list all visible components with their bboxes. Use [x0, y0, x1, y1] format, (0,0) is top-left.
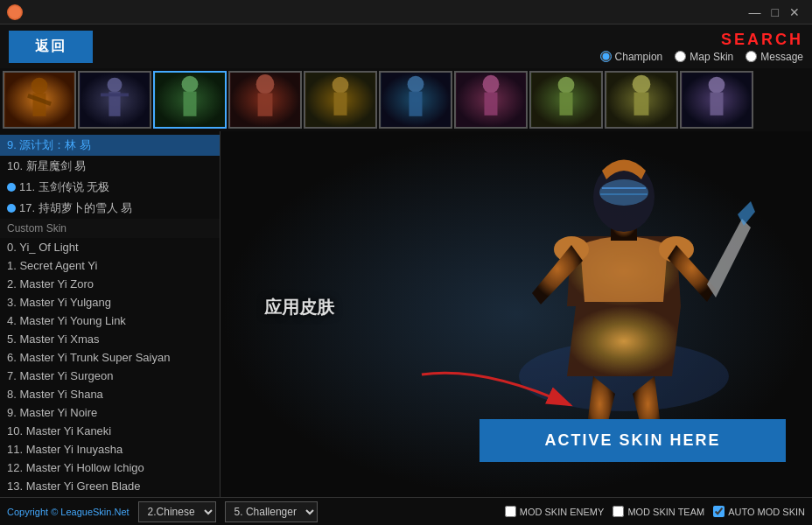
custom-section-header: Custom Skin: [0, 219, 220, 238]
svg-point-21: [483, 75, 500, 94]
champ-icon-9[interactable]: [605, 71, 678, 129]
rank-dropdown[interactable]: 5. Challenger 1. Bronze 2. Silver 3. Gol…: [225, 501, 318, 522]
search-area: SEARCH Champion Map Skin Message: [600, 31, 803, 63]
mod-enemy-checkbox[interactable]: MOD SKIN ENEMY: [505, 506, 605, 517]
top-section: 返回 SEARCH Champion Map Skin Message: [0, 24, 812, 68]
champ-icon-8[interactable]: [529, 71, 603, 129]
language-dropdown[interactable]: 2.Chinese 1.English 3.Korean: [138, 501, 216, 522]
arrow-svg: [413, 357, 632, 418]
skin-item-custom-10[interactable]: 10. Master Yi Kaneki: [0, 422, 220, 440]
right-panel: 应用皮肤 ACTIVE SKIN HERE: [220, 131, 812, 497]
left-panel: 9. 源计划：林 易 10. 新星魔剑 易 11. 玉剑传说 无极 17. 持胡…: [0, 131, 220, 497]
skin-item-custom-2[interactable]: 2. Master Yi Zoro: [0, 275, 220, 293]
skin-item-custom-6[interactable]: 6. Master Yi Trunk Super Saiyan: [0, 348, 220, 367]
champ-icon-7[interactable]: [454, 71, 528, 129]
apply-skin-label: 应用皮肤: [264, 296, 334, 319]
mod-team-checkbox[interactable]: MOD SKIN TEAM: [612, 506, 704, 517]
champions-row: [0, 68, 812, 131]
skin-item-custom-0[interactable]: 0. Yi_ Of Light: [0, 238, 220, 256]
active-skin-button[interactable]: ACTIVE SKIN HERE: [480, 419, 786, 462]
skin-item-builtin-9[interactable]: 9. 源计划：林 易: [0, 135, 220, 156]
skin-item-builtin-10[interactable]: 10. 新星魔剑 易: [0, 156, 220, 177]
maximize-button[interactable]: □: [766, 0, 784, 24]
svg-rect-13: [258, 93, 273, 116]
svg-point-30: [709, 77, 725, 94]
svg-point-15: [332, 77, 349, 94]
main-content: 9. 源计划：林 易 10. 新星魔剑 易 11. 玉剑传说 无极 17. 持胡…: [0, 131, 812, 497]
skin-item-custom-5[interactable]: 5. Master Yi Xmas: [0, 330, 220, 348]
svg-rect-31: [710, 93, 723, 116]
skin-item-custom-8[interactable]: 8. Master Yi Shana: [0, 385, 220, 403]
svg-rect-19: [409, 92, 422, 116]
champ-icon-5[interactable]: [304, 71, 377, 129]
minimize-button[interactable]: —: [744, 0, 766, 24]
svg-point-9: [182, 76, 199, 93]
skin-item-custom-4[interactable]: 4. Master Yi Young Link: [0, 312, 220, 330]
bottom-bar: Copyright © LeagueSkin.Net 2.Chinese 1.E…: [0, 497, 812, 525]
radio-mapskin[interactable]: Map Skin: [675, 51, 733, 63]
skin-item-custom-11[interactable]: 11. Master Yi Inuyasha: [0, 440, 220, 458]
auto-mod-checkbox[interactable]: AUTO MOD SKIN: [713, 506, 805, 517]
svg-point-5: [108, 78, 122, 93]
skin-item-builtin-17[interactable]: 17. 持胡萝卜的雪人 易: [0, 198, 220, 219]
title-bar: — □ ✕: [0, 0, 812, 24]
champ-icon-2[interactable]: [78, 71, 151, 129]
svg-point-18: [408, 76, 424, 93]
skin-item-custom-14[interactable]: 14. Master Yi Genji: [0, 495, 220, 497]
skin-list[interactable]: 9. 源计划：林 易 10. 新星魔剑 易 11. 玉剑传说 无极 17. 持胡…: [0, 131, 220, 497]
svg-point-1: [32, 78, 48, 94]
champ-icon-1[interactable]: [3, 71, 76, 129]
search-label: SEARCH: [721, 31, 803, 49]
svg-rect-22: [484, 93, 497, 116]
skin-item-custom-12[interactable]: 12. Master Yi Hollow Ichigo: [0, 458, 220, 477]
copyright-text: Copyright © LeagueSkin.Net: [7, 507, 130, 517]
skin-item-custom-1[interactable]: 1. Secret Agent Yi: [0, 256, 220, 275]
champ-icon-4[interactable]: [228, 71, 302, 129]
back-button[interactable]: 返回: [9, 31, 93, 63]
svg-rect-10: [183, 92, 196, 116]
svg-point-37: [599, 179, 648, 206]
svg-point-24: [558, 77, 575, 94]
skin-item-custom-3[interactable]: 3. Master Yi Yulgang: [0, 293, 220, 312]
radio-champion[interactable]: Champion: [600, 51, 663, 63]
title-bar-left: [7, 4, 23, 20]
champ-icon-6[interactable]: [379, 71, 452, 129]
bottom-checkboxes: MOD SKIN ENEMY MOD SKIN TEAM AUTO MOD SK…: [505, 506, 805, 517]
app-icon: [7, 4, 23, 20]
svg-rect-16: [333, 93, 346, 116]
champ-icon-3[interactable]: [153, 71, 227, 129]
svg-rect-28: [634, 93, 649, 116]
skin-item-custom-7[interactable]: 7. Master Yi Surgeon: [0, 367, 220, 385]
close-button[interactable]: ✕: [784, 0, 805, 24]
skin-item-builtin-11[interactable]: 11. 玉剑传说 无极: [0, 177, 220, 198]
skin-item-custom-13[interactable]: 13. Master Yi Green Blade: [0, 477, 220, 495]
search-radios: Champion Map Skin Message: [600, 51, 803, 63]
champ-icon-10[interactable]: [680, 71, 753, 129]
svg-rect-25: [559, 93, 572, 116]
svg-point-27: [633, 75, 651, 94]
skin-item-custom-9[interactable]: 9. Master Yi Noire: [0, 403, 220, 422]
svg-point-12: [256, 74, 275, 94]
radio-message[interactable]: Message: [746, 51, 803, 63]
